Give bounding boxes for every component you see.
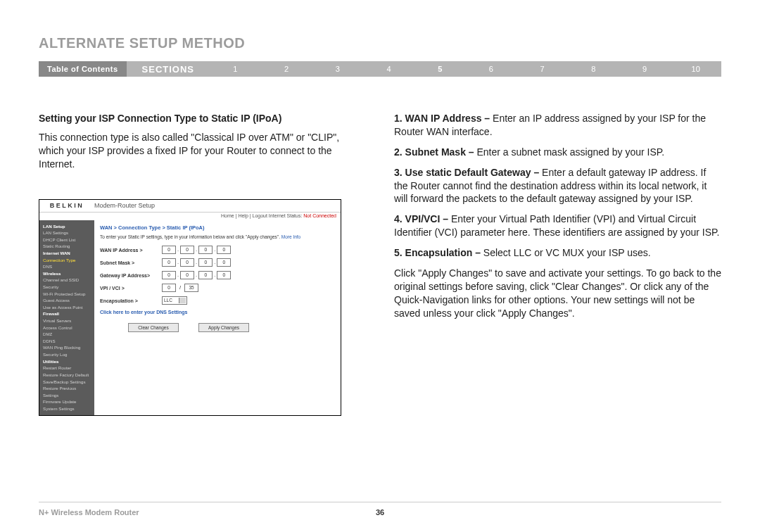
section-link-2[interactable]: 2 bbox=[261, 65, 312, 73]
shot-nav-item[interactable]: Virtual Servers bbox=[43, 317, 91, 324]
shot-nav-item[interactable]: Internet WAN bbox=[43, 250, 91, 257]
section-link-8[interactable]: 8 bbox=[568, 65, 619, 73]
mask-oct4[interactable]: 0 bbox=[217, 258, 231, 267]
subnet-label: Subnet Mask > bbox=[100, 260, 162, 266]
right-column: 1. WAN IP Address – Enter an IP address … bbox=[394, 112, 721, 416]
right-item: 3. Use static Default Gateway – Enter a … bbox=[394, 166, 721, 206]
toc-link[interactable]: Table of Contents bbox=[39, 61, 127, 77]
wan-ip-oct4[interactable]: 0 bbox=[217, 246, 231, 254]
section-link-6[interactable]: 6 bbox=[466, 65, 517, 73]
right-item: 1. WAN IP Address – Enter an IP address … bbox=[394, 112, 721, 139]
shot-nav-item[interactable]: Connection Type bbox=[43, 257, 91, 264]
section-link-7[interactable]: 7 bbox=[517, 65, 568, 73]
clear-changes-button[interactable]: Clear Changes bbox=[128, 323, 179, 332]
left-heading: Setting your ISP Connection Type to Stat… bbox=[39, 112, 366, 125]
shot-nav-item[interactable]: Channel and SSID bbox=[43, 277, 91, 284]
section-link-4[interactable]: 4 bbox=[363, 65, 414, 73]
dns-link[interactable]: Click here to enter your DNS Settings bbox=[100, 309, 335, 315]
shot-nav-item[interactable]: Restart Router bbox=[43, 365, 91, 372]
vci-input[interactable]: 35 bbox=[184, 284, 198, 292]
wan-ip-label: WAN IP Address > bbox=[100, 247, 162, 253]
mask-oct1[interactable]: 0 bbox=[162, 258, 176, 267]
breadcrumb: WAN > Connection Type > Static IP (IPoA) bbox=[100, 224, 335, 232]
right-item: 4. VPI/VCI – Enter your Virtual Path Ide… bbox=[394, 213, 721, 239]
status-not-connected: Not Connected bbox=[303, 213, 336, 218]
left-column: Setting your ISP Connection Type to Stat… bbox=[39, 112, 366, 416]
shot-nav-item[interactable]: Wi-Fi Protected Setup bbox=[43, 291, 91, 298]
section-link-5[interactable]: 5 bbox=[414, 65, 466, 73]
wan-ip-oct3[interactable]: 0 bbox=[198, 246, 213, 254]
shot-nav-item[interactable]: DNS bbox=[43, 263, 91, 270]
shot-nav-item[interactable]: LAN Settings bbox=[43, 229, 91, 236]
gw-oct3[interactable]: 0 bbox=[198, 271, 213, 279]
wan-ip-oct2[interactable]: 0 bbox=[180, 246, 194, 254]
shot-nav-item[interactable]: DMZ bbox=[43, 331, 91, 338]
shot-nav-item[interactable]: DDNS bbox=[43, 338, 91, 345]
shot-nav-item[interactable]: Guest Access bbox=[43, 297, 91, 304]
encap-label: Encapsulation > bbox=[100, 298, 162, 304]
product-name: N+ Wireless Modem Router bbox=[39, 508, 376, 517]
shot-nav-item[interactable]: Use as Access Point bbox=[43, 304, 91, 311]
shot-nav-item[interactable]: Wireless bbox=[43, 270, 91, 277]
gw-oct4[interactable]: 0 bbox=[217, 271, 231, 279]
shot-nav-item[interactable]: Static Routing bbox=[43, 243, 91, 250]
shot-statusbar: Home | Help | Logout Internet Status: No… bbox=[39, 213, 341, 220]
gateway-label: Gateway IP Address> bbox=[100, 272, 162, 279]
shot-nav-item[interactable]: Utilities bbox=[43, 358, 91, 365]
mask-oct2[interactable]: 0 bbox=[180, 258, 194, 267]
shot-main: WAN > Connection Type > Static IP (IPoA)… bbox=[94, 220, 341, 415]
section-link-10[interactable]: 10 bbox=[670, 65, 721, 73]
right-item: 2. Subnet Mask – Enter a subnet mask ass… bbox=[394, 146, 721, 159]
section-link-1[interactable]: 1 bbox=[210, 65, 261, 73]
shot-nav-item[interactable]: DHCP Client List bbox=[43, 236, 91, 243]
page-number: 36 bbox=[376, 508, 384, 517]
belkin-logo: BELKIN bbox=[39, 201, 94, 210]
wan-ip-oct1[interactable]: 0 bbox=[162, 246, 176, 254]
shot-nav-item[interactable]: Access Control bbox=[43, 324, 91, 331]
mask-oct3[interactable]: 0 bbox=[198, 258, 213, 267]
vpivci-label: VPI / VCI > bbox=[100, 285, 162, 291]
shot-nav-item[interactable]: Security Log bbox=[43, 351, 91, 358]
shot-sidebar: LAN SetupLAN SettingsDHCP Client ListSta… bbox=[39, 220, 94, 415]
shot-nav-item[interactable]: Firewall bbox=[43, 310, 91, 317]
encap-select[interactable]: LLC bbox=[162, 296, 187, 305]
shot-nav-item[interactable]: WAN Ping Blocking bbox=[43, 344, 91, 351]
shot-title: Modem-Router Setup bbox=[94, 201, 341, 210]
right-item: 5. Encapsulation – Select LLC or VC MUX … bbox=[394, 246, 721, 260]
section-link-3[interactable]: 3 bbox=[312, 65, 363, 73]
page-title: ALTERNATE SETUP METHOD bbox=[39, 35, 721, 51]
shot-nav-item[interactable]: System Settings bbox=[43, 405, 91, 412]
shot-nav-item[interactable]: LAN Setup bbox=[43, 223, 91, 230]
shot-nav-item[interactable]: Restore Factory Default bbox=[43, 372, 91, 379]
right-tail: Click "Apply Changes" to save and activa… bbox=[394, 267, 721, 320]
shot-nav-item[interactable]: Firmware Update bbox=[43, 398, 91, 405]
more-info-link[interactable]: More Info bbox=[281, 234, 300, 239]
gw-oct2[interactable]: 0 bbox=[180, 271, 194, 279]
section-navbar: Table of Contents SECTIONS 12345678910 bbox=[39, 61, 721, 77]
shot-nav-item[interactable]: Security bbox=[43, 284, 91, 291]
left-paragraph: This connection type is also called "Cla… bbox=[39, 131, 366, 171]
vpi-input[interactable]: 0 bbox=[162, 284, 176, 292]
shot-nav-item[interactable]: Restore Previous Settings bbox=[43, 385, 91, 398]
shot-nav-item[interactable]: Save/Backup Settings bbox=[43, 379, 91, 386]
sections-label: SECTIONS bbox=[127, 64, 210, 75]
router-screenshot: BELKIN Modem-Router Setup Home | Help | … bbox=[39, 199, 341, 416]
section-link-9[interactable]: 9 bbox=[619, 65, 671, 73]
shot-instructions: To enter your Static IP settings, type i… bbox=[100, 234, 335, 241]
gw-oct1[interactable]: 0 bbox=[162, 271, 176, 279]
page-footer: N+ Wireless Modem Router 36 bbox=[39, 502, 721, 517]
apply-changes-button[interactable]: Apply Changes bbox=[198, 323, 249, 332]
